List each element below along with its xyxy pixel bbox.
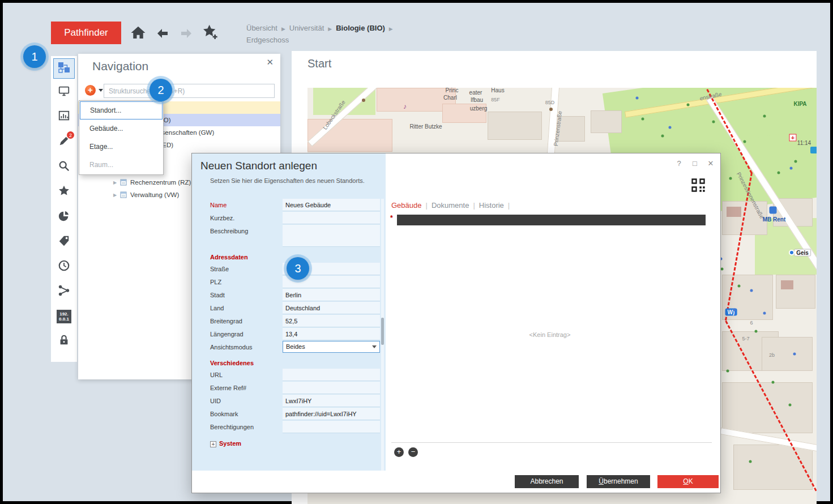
ansichtsmodus-dropdown[interactable]: Beides bbox=[283, 341, 380, 353]
apply-button[interactable]: Übernehmen bbox=[587, 475, 650, 488]
menu-item-raum[interactable]: Raum... bbox=[80, 156, 163, 174]
field-value-input[interactable]: Deutschland bbox=[283, 302, 380, 314]
breadcrumb-separator-icon: ▶ bbox=[281, 26, 285, 32]
search-icon bbox=[58, 160, 70, 174]
step-badge-3: 3 bbox=[287, 257, 309, 280]
add-structure-button[interactable]: + bbox=[85, 85, 103, 96]
menu-item-etage[interactable]: Etage... bbox=[80, 138, 163, 156]
field-label: Kurzbez. bbox=[210, 212, 283, 224]
tree-dot-icon bbox=[763, 115, 766, 118]
tree-dot-icon bbox=[661, 135, 664, 138]
breadcrumb-second-line: Erdgeschoss bbox=[246, 36, 289, 44]
forward-icon[interactable] bbox=[178, 27, 194, 42]
field-value-input[interactable] bbox=[283, 225, 380, 247]
sidebar-item-pen[interactable]: 2 bbox=[53, 131, 75, 153]
menu-item-standort[interactable]: Standort... bbox=[80, 101, 163, 119]
close-icon[interactable]: ✕ bbox=[705, 159, 716, 168]
poi-dot-icon bbox=[763, 312, 766, 315]
paw-icon bbox=[549, 108, 553, 111]
field-value-input[interactable] bbox=[283, 421, 380, 433]
sidebar-item-chart-window[interactable] bbox=[53, 106, 75, 129]
monitor-icon bbox=[58, 85, 70, 100]
field-value-input[interactable]: LwxI7iHY bbox=[283, 395, 380, 407]
new-location-dialog: Neuen Standort anlegen Setzen Sie hier d… bbox=[191, 153, 721, 493]
step-badge-1: 1 bbox=[23, 45, 46, 68]
field-value-input[interactable]: Berlin bbox=[283, 289, 380, 301]
field-value-input[interactable]: 13,4 bbox=[283, 328, 380, 340]
home-icon[interactable] bbox=[130, 24, 147, 44]
field-label: Berechtigungen bbox=[210, 421, 283, 433]
ok-button[interactable]: OK bbox=[657, 475, 719, 488]
field-value-input[interactable]: 52,5 bbox=[283, 315, 380, 327]
tree-item-label: Rechenzentrum (RZ) bbox=[130, 179, 191, 186]
field-value-input[interactable] bbox=[283, 382, 380, 394]
sidebar-item-monitor[interactable] bbox=[53, 81, 75, 104]
map-label: uzberg bbox=[470, 105, 488, 112]
sidebar-item-pie-chart[interactable] bbox=[53, 206, 75, 228]
tab-historie[interactable]: Historie bbox=[479, 201, 504, 210]
add-structure-menu: Standort...Gebäude...Etage...Raum... bbox=[79, 100, 164, 175]
sidebar-item-star[interactable] bbox=[53, 181, 75, 203]
sidebar-item-network[interactable] bbox=[53, 280, 75, 303]
tree-dot-icon bbox=[772, 381, 775, 384]
form-scrollbar-thumb[interactable] bbox=[381, 318, 384, 345]
tree-dot-icon bbox=[687, 104, 690, 106]
field-value-input[interactable] bbox=[283, 212, 380, 224]
sidebar-item-tag[interactable] bbox=[53, 230, 75, 253]
sidebar-item-clock[interactable] bbox=[53, 255, 75, 278]
field-value-input[interactable]: Neues Gebäude bbox=[283, 199, 380, 211]
expand-icon[interactable]: + bbox=[210, 441, 216, 447]
sidebar-item-search[interactable] bbox=[53, 156, 75, 178]
sidebar-item-lock[interactable] bbox=[53, 330, 75, 353]
map-building bbox=[781, 280, 793, 289]
field-value-input[interactable]: pathfinder://uid=LwxI7iHY bbox=[283, 408, 380, 420]
close-icon[interactable]: ✕ bbox=[266, 57, 274, 67]
map-building bbox=[776, 275, 815, 309]
tab-dokumente[interactable]: Dokumente bbox=[432, 201, 469, 210]
new-entry-input[interactable] bbox=[397, 215, 706, 225]
form-row: URL bbox=[210, 369, 380, 381]
expander-icon[interactable]: ▶ bbox=[113, 193, 120, 198]
tree-dot-icon bbox=[712, 121, 715, 123]
tree-dot-icon bbox=[729, 177, 732, 180]
form-row: LandDeutschland bbox=[210, 302, 380, 314]
field-label: Beschreibung bbox=[210, 225, 283, 247]
back-icon[interactable] bbox=[155, 27, 170, 42]
field-label: PLZ bbox=[210, 276, 283, 288]
sidebar-item-ip-address[interactable]: 192.0.0.1 bbox=[53, 305, 75, 328]
navigation-panel-title: Navigation bbox=[92, 59, 148, 73]
tree-dot-icon bbox=[789, 404, 792, 407]
tab-gebäude[interactable]: Gebäude bbox=[391, 201, 422, 210]
favorite-add-icon[interactable] bbox=[201, 23, 219, 44]
app-screen: Pathfinder Übersicht▶Universität▶Biologi… bbox=[0, 0, 833, 504]
qr-code-icon[interactable] bbox=[690, 177, 706, 193]
breadcrumb-item[interactable]: Biologie (BIO) bbox=[336, 24, 385, 32]
notification-badge: 2 bbox=[67, 131, 74, 139]
remove-entry-icon[interactable]: − bbox=[408, 447, 418, 457]
maximize-icon[interactable]: □ bbox=[689, 159, 700, 168]
map-label: 85F bbox=[491, 97, 500, 102]
sidebar-item-structure[interactable] bbox=[53, 58, 75, 79]
paw-icon bbox=[362, 99, 365, 102]
field-label: Längengrad bbox=[210, 328, 283, 340]
expander-icon[interactable]: ▶ bbox=[113, 180, 120, 185]
clock-icon bbox=[58, 259, 70, 274]
breadcrumb-item[interactable]: Übersicht bbox=[246, 24, 277, 32]
map-building bbox=[722, 382, 813, 433]
structure-search-input[interactable] bbox=[104, 84, 275, 98]
cancel-button[interactable]: Abbrechen bbox=[515, 475, 579, 488]
map-label: 5-7 bbox=[742, 336, 749, 341]
form-row: Kurzbez. bbox=[210, 212, 380, 224]
breadcrumb-separator-icon: ▶ bbox=[389, 26, 393, 32]
breadcrumb-item[interactable]: Universität bbox=[289, 24, 324, 32]
field-label: Breitengrad bbox=[210, 315, 283, 327]
help-icon[interactable]: ? bbox=[673, 159, 685, 168]
page-title: Start bbox=[307, 57, 331, 70]
lock-icon bbox=[58, 334, 70, 349]
field-value-input[interactable] bbox=[283, 369, 380, 381]
menu-item-gebäude[interactable]: Gebäude... bbox=[80, 119, 163, 138]
vehicle-icon bbox=[770, 207, 777, 214]
form-section-label: System bbox=[219, 440, 241, 447]
add-entry-icon[interactable]: + bbox=[394, 447, 404, 457]
tree-dot-icon bbox=[794, 160, 797, 163]
